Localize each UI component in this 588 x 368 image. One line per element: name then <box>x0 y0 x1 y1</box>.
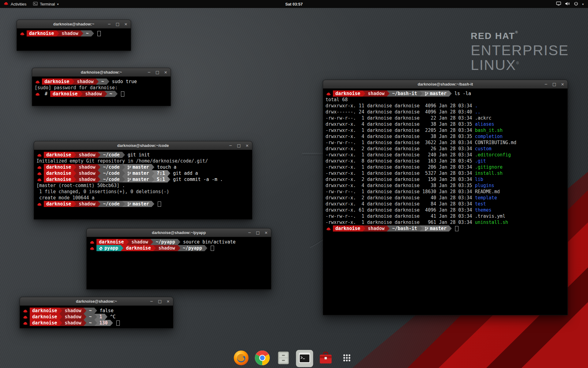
prompt-segment-darkred: shadow <box>62 320 84 326</box>
dock-item-show-applications[interactable] <box>338 350 356 367</box>
close-button[interactable]: × <box>124 22 128 26</box>
titlebar[interactable]: darknoise@shadow:~ − □ × <box>20 297 173 306</box>
minimize-button[interactable]: − <box>149 299 154 304</box>
minimize-button[interactable]: − <box>247 230 252 235</box>
powerline-separator-icon <box>122 176 125 182</box>
terminal-cursor <box>116 320 120 326</box>
terminal-line: drwxrwxr-x. 2 darknoise darknoise 26 Jan… <box>326 146 565 152</box>
terminal-line: darknoiseshadow~/bash-itmaster <box>326 225 565 232</box>
close-button[interactable]: × <box>245 143 249 148</box>
prompt-segment-red: darknoise <box>333 90 363 97</box>
prompt-segment-gray: ~ <box>86 308 94 314</box>
terminal-text: ^C <box>107 314 116 320</box>
window-title: darknoise@shadow:~/code <box>117 143 169 148</box>
close-button[interactable]: × <box>264 230 268 235</box>
maximize-button[interactable]: □ <box>158 299 162 304</box>
dock-item-chrome[interactable] <box>254 350 271 367</box>
terminal-screen[interactable]: darknoiseshadow~ falsedarknoiseshadow~1 … <box>20 306 173 328</box>
prompt-segment-red: darknoise <box>333 225 363 232</box>
terminal-window-exit-codes: darknoise@shadow:~ − □ × darknoiseshadow… <box>20 297 173 328</box>
powerline-separator-icon <box>98 152 100 158</box>
dock-item-firefox[interactable] <box>233 350 250 367</box>
terminal-text: . <box>475 103 478 109</box>
prompt-segment-red: darknoise <box>44 170 74 176</box>
dock-item-files[interactable] <box>275 350 292 367</box>
terminal-line: darknoiseshadow~/codemaster <box>36 201 250 207</box>
terminal-screen[interactable]: darknoiseshadow~/pyapp source bin/activa… <box>87 237 271 289</box>
titlebar[interactable]: darknoise@shadow:~ − □ × <box>32 68 171 77</box>
minimize-button[interactable]: − <box>544 82 548 86</box>
brand-enterprise: ENTERPRISE <box>471 43 569 58</box>
terminal-screen[interactable]: darknoiseshadow~ <box>17 29 131 51</box>
powerline-separator-icon <box>168 170 170 176</box>
prompt-segment-gray: ~/code <box>100 176 122 182</box>
close-button[interactable]: × <box>164 70 168 75</box>
terminal-line: darknoiseshadow~/codemasterS:1 git commi… <box>36 176 250 182</box>
maximize-button[interactable]: □ <box>256 230 260 235</box>
powerline-separator-icon <box>363 225 365 232</box>
dock-item-toolbox[interactable] <box>317 350 334 367</box>
system-menu[interactable]: ▾ <box>553 0 587 8</box>
prompt-segment-branch: master <box>125 170 152 176</box>
prompt-segment-darkred: shadow <box>62 308 84 314</box>
minimize-button[interactable]: − <box>107 22 111 26</box>
terminal-text: git add a <box>170 171 198 176</box>
powerline-separator-icon <box>152 176 154 182</box>
titlebar[interactable]: darknoise@shadow:~ − □ × <box>17 20 131 29</box>
terminal-text: install.sh <box>475 171 503 176</box>
terminal-line: darknoiseshadow~/pyapp source bin/activa… <box>89 239 269 245</box>
terminal-text: total 68 <box>326 97 348 102</box>
prompt-segment-darkred: shadow <box>76 152 98 158</box>
minimize-button[interactable]: − <box>228 143 233 148</box>
terminal-text: drwxrwxr-x. 2 darknoise darknoise 150 Ja… <box>326 177 475 182</box>
powerline-separator-icon <box>168 176 170 182</box>
close-button[interactable]: × <box>560 82 565 86</box>
titlebar[interactable]: darknoise@shadow:~/code − □ × <box>34 141 252 150</box>
powerline-separator-icon <box>387 225 390 232</box>
maximize-button[interactable]: □ <box>115 22 120 26</box>
prompt-segment-gray: ~ <box>107 91 115 97</box>
redhat-icon <box>326 226 331 232</box>
terminal-line: drwxrwxr-x. 61 darknoise darknoise 4096 … <box>326 207 565 213</box>
prompt-segment-red: darknoise <box>50 91 80 97</box>
powerline-separator-icon <box>420 90 422 97</box>
dock-item-terminal[interactable] <box>296 350 313 367</box>
chrome-icon <box>254 350 270 367</box>
prompt-segment-red: darknoise <box>44 176 74 182</box>
close-button[interactable]: × <box>166 299 170 304</box>
titlebar[interactable]: darknoise@shadow:~/bash-it − □ × <box>323 80 567 89</box>
terminal-text <box>94 31 97 36</box>
prompt-segment-red: darknoise <box>27 30 56 36</box>
powerline-separator-icon <box>449 225 452 232</box>
powerline-separator-icon <box>152 201 154 207</box>
prompt-segment-darkred: shadow <box>156 245 177 251</box>
activities-button[interactable]: Activities <box>0 0 30 8</box>
powerline-separator-icon <box>205 245 207 251</box>
powerline-separator-icon <box>98 164 100 170</box>
terminal-text <box>118 91 120 97</box>
terminal-text: [master (root-commit) 50bcb63] . <box>36 183 125 188</box>
terminal-screen[interactable]: darknoiseshadow~/code git initInitialize… <box>34 150 252 220</box>
powerline-separator-icon <box>420 225 422 232</box>
terminal-window-home-1: darknoise@shadow:~ − □ × darknoiseshadow… <box>17 20 131 51</box>
terminal-line: -rwxrwxr-x. 1 darknoise darknoise 240 Ja… <box>326 152 565 158</box>
powerline-separator-icon <box>152 164 154 170</box>
minimize-button[interactable]: − <box>147 70 151 75</box>
maximize-button[interactable]: □ <box>237 143 241 148</box>
terminal-screen[interactable]: darknoiseshadow~/bash-itmaster ls -latot… <box>323 89 567 315</box>
terminal-text: -rw-rw-r--. 1 darknoise darknoise 3622 J… <box>326 140 475 145</box>
maximize-button[interactable]: □ <box>155 70 160 75</box>
app-menu-terminal[interactable]: Terminal ▾ <box>30 0 62 8</box>
prompt-segment-gray: ~/code <box>100 170 122 176</box>
terminal-screen[interactable]: darknoiseshadow~ sudo true[sudo] passwor… <box>32 77 171 106</box>
show-applications-icon <box>340 351 354 366</box>
terminal-text: .ackrc <box>475 115 492 121</box>
titlebar[interactable]: darknoise@shadow:~/pyapp − □ × <box>87 228 271 237</box>
powerline-separator-icon <box>126 239 129 245</box>
terminal-line: drwxrwxr-x. 11 darknoise darknoise 4096 … <box>326 103 565 109</box>
clock[interactable]: Sat 03:57 <box>285 2 303 6</box>
maximize-button[interactable]: □ <box>552 82 556 86</box>
terminal-line: darknoiseshadow~130 <box>22 320 171 326</box>
terminal-text <box>113 320 116 326</box>
window-title: darknoise@shadow:~/pyapp <box>152 230 206 235</box>
